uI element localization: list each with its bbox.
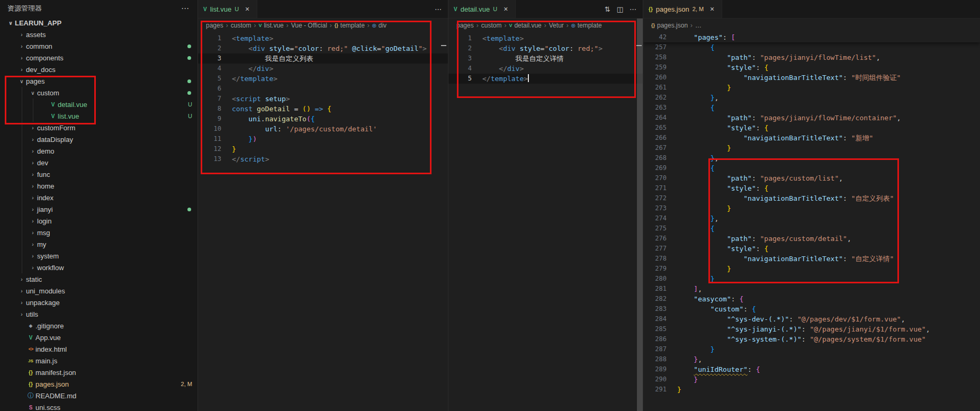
line-number[interactable]: 262 (643, 93, 667, 103)
line-number[interactable]: 281 (643, 284, 667, 294)
tree-root-learun-app[interactable]: ∨ LEARUN_APP (0, 17, 197, 29)
line-number[interactable]: 288 (643, 354, 667, 364)
tree-folder-jianyi[interactable]: ›jianyi (0, 203, 197, 215)
code-editor-list-vue[interactable]: 1<template>2 <div style="color: red;" @c… (198, 32, 448, 411)
line-number[interactable]: 8 (198, 104, 221, 114)
code-line[interactable]: 259 "style": { (643, 62, 980, 73)
line-number[interactable]: 284 (643, 314, 667, 324)
code-line[interactable]: 7<script setup> (198, 94, 448, 104)
close-tab-icon[interactable]: × (708, 5, 716, 13)
line-number[interactable]: 280 (643, 274, 667, 284)
line-number[interactable]: 261 (643, 83, 667, 93)
line-number[interactable]: 276 (643, 234, 667, 244)
more-icon[interactable]: ⋯ (630, 5, 636, 13)
line-number[interactable]: 266 (643, 133, 667, 143)
tree-folder-static[interactable]: ›static (0, 273, 197, 285)
tree-folder-login[interactable]: ›login (0, 215, 197, 227)
code-line[interactable]: 291} (643, 385, 980, 395)
line-number[interactable]: 267 (643, 143, 667, 153)
tree-file-README.md[interactable]: ⓘREADME.md (0, 390, 197, 401)
line-number[interactable]: 270 (643, 173, 667, 183)
scrollbar[interactable] (637, 19, 643, 411)
code-line[interactable]: 13</script> (198, 154, 448, 164)
tree-folder-custom[interactable]: ∨custom (0, 87, 197, 99)
line-number[interactable]: 3 (448, 53, 472, 64)
breadcrumb-item[interactable]: {}pages.json (651, 22, 688, 29)
line-number[interactable]: 265 (643, 123, 667, 133)
line-number[interactable]: 277 (643, 244, 667, 254)
code-line[interactable]: 279 } (643, 264, 980, 274)
tree-folder-dataDisplay[interactable]: ›dataDisplay (0, 133, 197, 145)
line-number[interactable]: 6 (198, 84, 221, 94)
code-line[interactable]: 3 我是自定义详情 (448, 53, 643, 64)
code-line[interactable]: 269 { (643, 163, 980, 173)
sticky-scroll-line[interactable]: 42 "pages": [ (643, 32, 980, 42)
tree-folder-common[interactable]: ›common (0, 40, 197, 52)
line-number[interactable]: 275 (643, 224, 667, 234)
line-number[interactable]: 263 (643, 103, 667, 113)
code-line[interactable]: 268 }, (643, 153, 980, 163)
code-line[interactable]: 275 { (643, 224, 980, 234)
open-changes-icon[interactable]: ⇅ (605, 5, 610, 13)
line-number[interactable]: 279 (643, 264, 667, 274)
code-line[interactable]: 264 "path": "pages/jianyi/flowTime/conta… (643, 113, 980, 123)
code-line[interactable]: 267 } (643, 143, 980, 153)
more-icon[interactable]: ⋯ (435, 5, 442, 13)
line-number[interactable]: 291 (643, 385, 667, 395)
tree-folder-home[interactable]: ›home (0, 180, 197, 192)
line-number[interactable]: 268 (643, 153, 667, 163)
code-line[interactable]: 5</template> (448, 74, 643, 84)
tree-folder-assets[interactable]: ›assets (0, 29, 197, 40)
tree-folder-pages[interactable]: ∨pages (0, 75, 197, 87)
line-number[interactable]: 3 (198, 53, 221, 64)
line-number[interactable]: 1 (198, 33, 221, 43)
code-line[interactable]: 1<template> (198, 33, 448, 43)
tree-folder-components[interactable]: ›components (0, 52, 197, 64)
code-line[interactable]: 273 } (643, 203, 980, 213)
breadcrumb-item[interactable]: Vetur (549, 22, 564, 29)
tree-folder-index[interactable]: ›index (0, 192, 197, 203)
tree-folder-unpackage[interactable]: ›unpackage (0, 297, 197, 308)
code-line[interactable]: 287 } (643, 344, 980, 354)
breadcrumb-item[interactable]: Vlist.vue (258, 22, 283, 29)
breadcrumb-item[interactable]: pages (456, 22, 474, 29)
code-line[interactable]: 289 "uniIdRouter": { (643, 364, 980, 374)
tree-file-index.html[interactable]: <>index.html (0, 343, 197, 355)
code-line[interactable]: 285 "^sys-jianyi-(.*)": "@/pages/jianyi/… (643, 324, 980, 334)
tree-file-.gitignore[interactable]: ◆.gitignore (0, 320, 197, 332)
line-number[interactable]: 274 (643, 213, 667, 224)
code-line[interactable]: 280 } (643, 274, 980, 284)
tab-pages-json[interactable]: {} pages.json 2, M × (643, 0, 722, 18)
code-line[interactable]: 12} (198, 144, 448, 154)
line-number[interactable]: 290 (643, 374, 667, 385)
code-line[interactable]: 4 </div> (448, 64, 643, 74)
code-line[interactable]: 281 ], (643, 284, 980, 294)
breadcrumb-item[interactable]: … (695, 22, 702, 29)
code-line[interactable]: 265 "style": { (643, 123, 980, 133)
code-line[interactable]: 278 "navigationBarTitleText": "自定义详情" (643, 254, 980, 264)
line-number[interactable]: 283 (643, 304, 667, 314)
code-line[interactable]: 11 }) (198, 134, 448, 144)
breadcrumb-item[interactable]: custom (231, 22, 251, 29)
tree-folder-msg[interactable]: ›msg (0, 227, 197, 238)
line-number[interactable]: 257 (643, 42, 667, 52)
tree-folder-dev_docs[interactable]: ›dev_docs (0, 64, 197, 75)
line-number[interactable]: 282 (643, 294, 667, 304)
tab-detail-vue[interactable]: V detail.vue U × (448, 0, 516, 18)
code-line[interactable]: 260 "navigationBarTitleText": "时间组件验证" (643, 73, 980, 83)
code-line[interactable]: 288 }, (643, 354, 980, 364)
line-number[interactable]: 5 (448, 74, 472, 84)
line-number[interactable]: 42 (643, 32, 667, 42)
line-number[interactable]: 4 (448, 64, 472, 74)
breadcrumb-item[interactable]: Vue - Official (291, 22, 327, 29)
tree-folder-uni_modules[interactable]: ›uni_modules (0, 285, 197, 297)
tree-folder-workflow[interactable]: ›workflow (0, 262, 197, 273)
code-line[interactable]: 271 "style": { (643, 183, 980, 193)
close-tab-icon[interactable]: × (501, 5, 510, 13)
code-line[interactable]: 2 <div style="color: red;"> (448, 43, 643, 53)
breadcrumb-item[interactable]: pages (206, 22, 223, 29)
line-number[interactable]: 271 (643, 183, 667, 193)
code-line[interactable]: 276 "path": "pages/custom/detail", (643, 234, 980, 244)
code-line[interactable]: 270 "path": "pages/custom/list", (643, 173, 980, 183)
line-number[interactable]: 287 (643, 344, 667, 354)
